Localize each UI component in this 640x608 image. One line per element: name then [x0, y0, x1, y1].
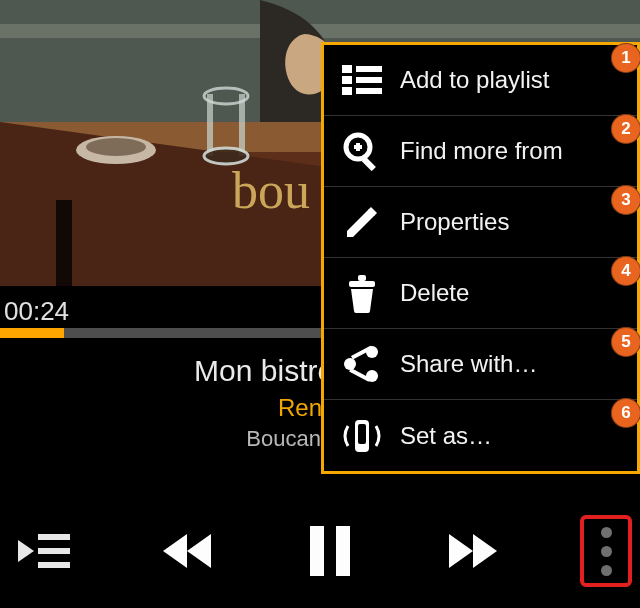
share-icon — [338, 340, 386, 388]
svg-rect-24 — [342, 65, 352, 73]
transport-controls — [0, 494, 640, 608]
menu-item-share-with[interactable]: Share with… 5 — [324, 329, 637, 400]
menu-item-label: Find more from — [400, 137, 563, 165]
context-menu: Add to playlist 1 Find more from 2 — [324, 45, 637, 471]
svg-rect-16 — [38, 548, 70, 554]
svg-rect-32 — [356, 143, 360, 151]
svg-rect-15 — [38, 534, 70, 540]
pencil-icon — [338, 198, 386, 246]
svg-rect-20 — [310, 526, 324, 576]
more-button[interactable] — [580, 515, 632, 587]
more-icon — [601, 523, 612, 580]
trash-icon — [338, 269, 386, 317]
step-badge: 2 — [611, 114, 640, 144]
menu-item-set-as[interactable]: Set as… 6 — [324, 400, 637, 471]
search-plus-icon — [338, 127, 386, 175]
step-badge: 4 — [611, 256, 640, 286]
menu-item-properties[interactable]: Properties 3 — [324, 187, 637, 258]
album-overlay-text: bou — [232, 162, 310, 219]
svg-rect-28 — [356, 77, 382, 83]
rewind-button[interactable] — [151, 515, 223, 587]
forward-button[interactable] — [437, 515, 509, 587]
svg-rect-29 — [356, 88, 382, 94]
svg-rect-26 — [342, 87, 352, 95]
menu-item-add-to-playlist[interactable]: Add to playlist 1 — [324, 45, 637, 116]
svg-marker-14 — [18, 540, 34, 562]
step-badge: 1 — [611, 43, 640, 73]
svg-rect-17 — [38, 562, 70, 568]
step-badge: 6 — [611, 398, 640, 428]
step-badge: 3 — [611, 185, 640, 215]
player-screen: bou 00:24 Mon bistrot préféré Renaud Bou… — [0, 0, 640, 608]
menu-item-label: Add to playlist — [400, 66, 549, 94]
svg-rect-44 — [358, 424, 366, 444]
menu-item-label: Properties — [400, 208, 509, 236]
svg-rect-27 — [356, 66, 382, 72]
queue-button[interactable] — [8, 515, 80, 587]
svg-marker-23 — [473, 534, 497, 568]
svg-marker-18 — [163, 534, 187, 568]
svg-rect-37 — [358, 275, 366, 281]
svg-marker-22 — [449, 534, 473, 568]
svg-rect-36 — [349, 281, 375, 287]
step-badge: 5 — [611, 327, 640, 357]
svg-marker-34 — [347, 209, 375, 237]
menu-item-find-more-from[interactable]: Find more from 2 — [324, 116, 637, 187]
svg-marker-19 — [187, 534, 211, 568]
menu-item-delete[interactable]: Delete 4 — [324, 258, 637, 329]
svg-rect-6 — [56, 200, 72, 286]
svg-point-9 — [86, 138, 146, 156]
elapsed-time: 00:24 — [4, 296, 69, 327]
menu-item-label: Delete — [400, 279, 469, 307]
pause-button[interactable] — [294, 515, 366, 587]
svg-rect-25 — [342, 76, 352, 84]
ringtone-icon — [338, 412, 386, 460]
svg-point-39 — [344, 358, 356, 370]
progress-fill — [0, 328, 64, 338]
menu-item-label: Set as… — [400, 422, 492, 450]
playlist-add-icon — [338, 56, 386, 104]
svg-rect-21 — [336, 526, 350, 576]
menu-item-label: Share with… — [400, 350, 537, 378]
